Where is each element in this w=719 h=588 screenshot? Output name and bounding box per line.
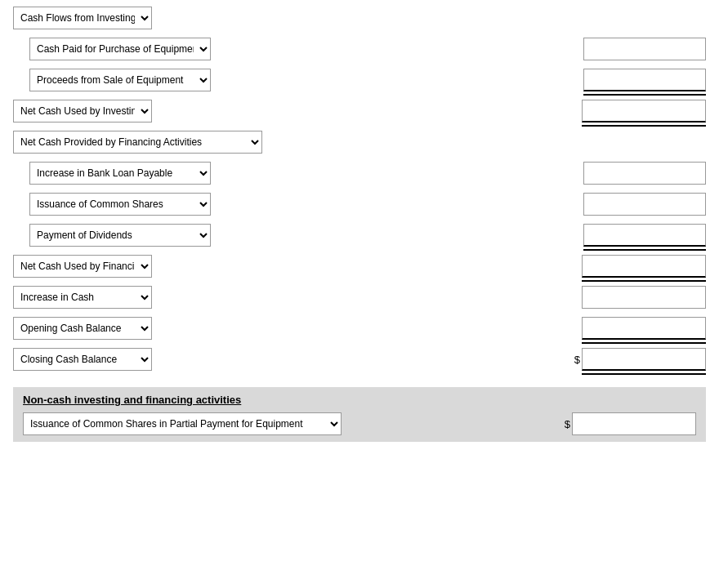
bank-loan-dropdown[interactable]: Increase in Bank Loan Payable <box>29 162 211 185</box>
proceeds-input-wrapper <box>583 69 706 91</box>
opening-cash-input-wrapper <box>582 317 706 340</box>
increase-cash-dropdown[interactable]: Increase in Cash <box>13 286 152 309</box>
dividends-input[interactable] <box>583 224 706 247</box>
net-cash-financing-input-wrapper <box>582 255 706 278</box>
bank-loan-row: Increase in Bank Loan Payable <box>29 162 706 185</box>
issuance-partial-dollar: $ <box>565 418 570 430</box>
dividends-input-wrapper <box>583 224 706 247</box>
net-cash-investing-dropdown[interactable]: Net Cash Used by Investing Activities <box>13 100 152 122</box>
increase-cash-row: Increase in Cash <box>13 286 706 309</box>
issuance-partial-dropdown[interactable]: Issuance of Common Shares in Partial Pay… <box>23 412 342 435</box>
cash-paid-equipment-row: Cash Paid for Purchase of Equipment <box>29 38 706 60</box>
financing-header-row: Net Cash Provided by Financing Activitie… <box>13 131 706 154</box>
increase-cash-input[interactable] <box>582 286 706 309</box>
common-shares-row: Issuance of Common Shares <box>29 193 706 216</box>
closing-cash-input-wrapper <box>582 348 706 371</box>
closing-cash-input[interactable] <box>582 348 706 371</box>
closing-cash-dropdown[interactable]: Closing Cash Balance <box>13 348 152 371</box>
net-cash-financing-row: Net Cash Used by Financing Activities <box>13 255 706 278</box>
issuance-partial-row: Issuance of Common Shares in Partial Pay… <box>23 412 696 435</box>
noncash-section: Non-cash investing and financing activit… <box>13 387 706 442</box>
proceeds-equipment-input[interactable] <box>583 69 706 91</box>
dividends-row: Payment of Dividends <box>29 224 706 247</box>
common-shares-input[interactable] <box>583 193 706 216</box>
closing-cash-dollar: $ <box>574 354 580 366</box>
cash-paid-equipment-input[interactable] <box>583 38 706 60</box>
cash-paid-equipment-dropdown[interactable]: Cash Paid for Purchase of Equipment <box>29 38 211 60</box>
opening-cash-dropdown[interactable]: Opening Cash Balance <box>13 317 152 340</box>
net-cash-investing-row: Net Cash Used by Investing Activities <box>13 100 706 122</box>
net-cash-investing-input-wrapper <box>582 100 706 122</box>
investing-header-dropdown[interactable]: Cash Flows from Investing Activities <box>13 7 152 29</box>
financing-header-dropdown[interactable]: Net Cash Provided by Financing Activitie… <box>13 131 262 154</box>
noncash-title: Non-cash investing and financing activit… <box>23 394 696 406</box>
closing-cash-row: Closing Cash Balance $ <box>13 348 706 371</box>
net-cash-financing-dropdown[interactable]: Net Cash Used by Financing Activities <box>13 255 152 278</box>
proceeds-equipment-row: Proceeds from Sale of Equipment <box>29 69 706 91</box>
opening-cash-row: Opening Cash Balance <box>13 317 706 340</box>
net-cash-financing-input[interactable] <box>582 255 706 278</box>
proceeds-equipment-dropdown[interactable]: Proceeds from Sale of Equipment <box>29 69 211 91</box>
dividends-dropdown[interactable]: Payment of Dividends <box>29 224 211 247</box>
opening-cash-input[interactable] <box>582 317 706 340</box>
issuance-partial-input[interactable] <box>572 412 696 435</box>
investing-header-row: Cash Flows from Investing Activities <box>13 7 706 29</box>
net-cash-investing-input[interactable] <box>582 100 706 122</box>
common-shares-dropdown[interactable]: Issuance of Common Shares <box>29 193 211 216</box>
bank-loan-input[interactable] <box>583 162 706 185</box>
